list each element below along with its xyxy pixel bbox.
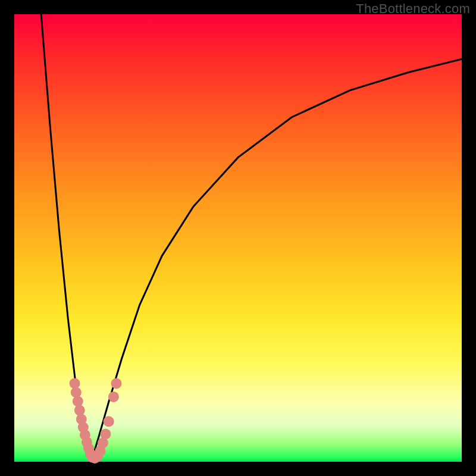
data-marker bbox=[73, 396, 83, 406]
curve-layer bbox=[41, 14, 462, 462]
data-marker bbox=[111, 378, 121, 389]
data-marker bbox=[100, 428, 111, 439]
data-marker bbox=[104, 416, 114, 427]
plot-area bbox=[14, 14, 462, 462]
curve-right bbox=[91, 59, 462, 462]
curve-left bbox=[41, 14, 91, 462]
data-marker bbox=[71, 387, 82, 397]
data-marker bbox=[108, 392, 119, 402]
data-marker bbox=[70, 378, 80, 389]
chart-svg bbox=[14, 14, 462, 462]
outer-frame: TheBottleneck.com bbox=[0, 0, 476, 476]
marker-layer bbox=[70, 378, 122, 464]
attribution-text: TheBottleneck.com bbox=[356, 1, 470, 17]
data-marker bbox=[74, 405, 85, 416]
